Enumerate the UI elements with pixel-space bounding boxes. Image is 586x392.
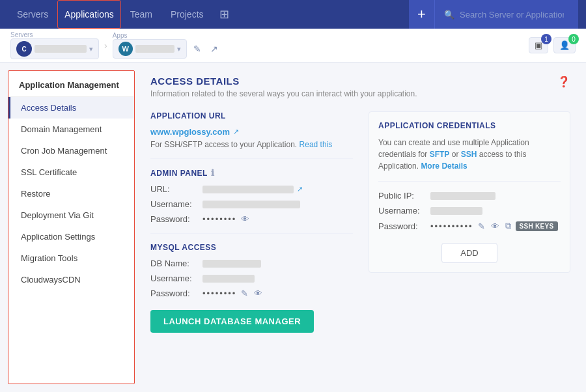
mysql-username-value xyxy=(202,275,255,283)
search-icon: 🔍 xyxy=(444,10,454,20)
app-dropdown[interactable]: W ▾ xyxy=(113,39,187,59)
creds-password-eye-icon[interactable]: 👁 xyxy=(490,221,501,231)
ssh-note: For SSH/SFTP access to your Application.… xyxy=(150,140,353,149)
admin-username-value xyxy=(202,201,300,208)
sidebar-title: Application Management xyxy=(8,71,134,97)
breadcrumb-actions: ▣ 1 👤 0 xyxy=(529,37,576,53)
app-credentials-heading: APPLICATION CREDENTIALS xyxy=(378,121,561,130)
admin-panel-username-row: Username: xyxy=(150,199,353,209)
mysql-password-dots: •••••••• xyxy=(202,288,236,298)
sidebar-item-restore[interactable]: Restore xyxy=(8,183,134,204)
mysql-access-section: MYSQL ACCESS DB Name: Username: xyxy=(150,243,353,333)
search-bar: 🔍 xyxy=(435,0,578,29)
top-navigation: Servers Applications Team Projects ⊞ + 🔍 xyxy=(0,0,586,29)
creds-password-row: Password: •••••••••• ✎ 👁 ⧉ SSH KEYS xyxy=(378,221,561,231)
cloudways-logo: C xyxy=(16,41,32,57)
app-credentials-panel: APPLICATION CREDENTIALS You can create a… xyxy=(369,111,570,273)
file-manager-button[interactable]: ▣ 1 xyxy=(529,37,548,53)
ssh-link[interactable]: SSH xyxy=(461,150,477,159)
admin-password-value: •••••••• 👁 xyxy=(202,214,251,224)
main-content: ACCESS DETAILS Information related to th… xyxy=(135,63,586,392)
help-icon[interactable]: ❓ xyxy=(557,76,570,88)
creds-username-label: Username: xyxy=(378,206,430,216)
creds-username-row: Username: xyxy=(378,206,561,216)
mysql-username-row: Username: xyxy=(150,273,353,283)
sidebar-item-ssl-certificate[interactable]: SSL Certificate xyxy=(8,161,134,183)
app-url-external-icon[interactable]: ↗ xyxy=(233,128,239,136)
mysql-dbname-value xyxy=(202,260,261,268)
app-credentials-description: You can create and use multiple Applicat… xyxy=(378,137,561,172)
mysql-password-value: •••••••• ✎ 👁 xyxy=(202,288,264,298)
nav-item-projects[interactable]: Projects xyxy=(161,0,213,29)
app-url-section: APPLICATION URL www.wpglossy.com ↗ For S… xyxy=(150,111,353,149)
file-manager-icon: ▣ xyxy=(535,40,542,50)
external-link-icon[interactable]: ↗ xyxy=(208,42,221,55)
nav-item-servers[interactable]: Servers xyxy=(8,0,57,29)
main-layout: Application Management Access Details Do… xyxy=(0,63,586,392)
server-name xyxy=(35,45,87,53)
nav-item-team[interactable]: Team xyxy=(121,0,161,29)
breadcrumb-separator: › xyxy=(104,40,107,51)
admin-panel-info-icon[interactable]: ℹ xyxy=(211,168,215,178)
admin-password-eye-icon[interactable]: 👁 xyxy=(240,214,251,224)
page-subtitle: Information related to the several ways … xyxy=(150,89,417,98)
breadcrumb-bar: Servers C ▾ › Apps W ▾ ✎ ↗ ▣ 1 👤 0 xyxy=(0,29,586,63)
sidebar-item-deployment-via-git[interactable]: Deployment Via Git xyxy=(8,204,134,226)
admin-panel-section: ADMIN PANEL ℹ URL: ↗ Username: xyxy=(150,168,353,224)
mysql-password-copy-icon[interactable]: ✎ xyxy=(240,288,249,298)
admin-password-dots: •••••••• xyxy=(202,214,236,224)
mysql-password-label: Password: xyxy=(150,288,202,298)
app-dropdown-arrow: ▾ xyxy=(177,45,181,53)
search-input[interactable] xyxy=(460,10,564,20)
mysql-password-row: Password: •••••••• ✎ 👁 xyxy=(150,288,353,298)
grid-icon[interactable]: ⊞ xyxy=(213,7,236,21)
apps-breadcrumb: Apps W ▾ ✎ ↗ xyxy=(113,32,221,59)
users-icon: 👤 xyxy=(559,40,570,50)
users-button[interactable]: 👤 0 xyxy=(553,37,576,53)
sidebar-item-migration-tools[interactable]: Migration Tools xyxy=(8,247,134,269)
admin-password-label: Password: xyxy=(150,214,202,224)
creds-password-copy-icon[interactable]: ⧉ xyxy=(504,221,512,231)
sidebar-item-cloudwayscdn[interactable]: CloudwaysCDN xyxy=(8,269,134,290)
ssh-keys-badge: SSH KEYS xyxy=(516,221,558,231)
right-column: APPLICATION CREDENTIALS You can create a… xyxy=(369,111,570,333)
sidebar-item-access-details[interactable]: Access Details xyxy=(8,97,134,119)
servers-breadcrumb: Servers C ▾ xyxy=(10,31,99,59)
creds-username-value xyxy=(430,207,482,215)
sftp-link[interactable]: SFTP xyxy=(430,150,450,159)
mysql-password-eye-icon[interactable]: 👁 xyxy=(253,288,264,298)
app-name xyxy=(135,45,174,53)
sidebar-item-domain-management[interactable]: Domain Management xyxy=(8,119,134,140)
app-url-value: www.wpglossy.com ↗ xyxy=(150,127,353,137)
creds-password-label: Password: xyxy=(378,221,430,231)
server-dropdown[interactable]: C ▾ xyxy=(10,38,99,59)
admin-panel-password-row: Password: •••••••• 👁 xyxy=(150,214,353,224)
edit-app-icon[interactable]: ✎ xyxy=(191,42,204,55)
file-badge: 1 xyxy=(541,34,551,44)
sidebar-item-cron-job-management[interactable]: Cron Job Management xyxy=(8,140,134,161)
apps-label: Apps xyxy=(113,32,221,39)
read-this-link[interactable]: Read this xyxy=(300,140,333,149)
sidebar: Application Management Access Details Do… xyxy=(8,70,135,384)
admin-panel-heading: ADMIN PANEL ℹ xyxy=(150,168,353,178)
admin-url-value: ↗ xyxy=(202,185,303,193)
creds-public-ip-label: Public IP: xyxy=(378,191,430,201)
launch-database-manager-button[interactable]: LAUNCH DATABASE MANAGER xyxy=(150,310,314,333)
mysql-dbname-label: DB Name: xyxy=(150,259,202,268)
admin-url-ext-icon[interactable]: ↗ xyxy=(297,185,303,193)
app-url-heading: APPLICATION URL xyxy=(150,111,353,120)
nav-item-applications[interactable]: Applications xyxy=(57,0,121,29)
creds-password-edit-icon[interactable]: ✎ xyxy=(477,221,486,231)
admin-url-label: URL: xyxy=(150,184,202,194)
creds-password-value: •••••••••• ✎ 👁 ⧉ SSH KEYS xyxy=(430,221,558,231)
more-details-link[interactable]: More Details xyxy=(421,161,467,171)
page-title: ACCESS DETAILS xyxy=(150,76,417,87)
add-button[interactable]: + xyxy=(409,0,435,29)
creds-public-ip-row: Public IP: xyxy=(378,191,561,201)
add-credentials-button[interactable]: ADD xyxy=(441,243,497,263)
app-url-link[interactable]: www.wpglossy.com xyxy=(150,127,230,137)
admin-panel-url-row: URL: ↗ xyxy=(150,184,353,194)
sidebar-item-application-settings[interactable]: Application Settings xyxy=(8,226,134,247)
mysql-heading: MYSQL ACCESS xyxy=(150,243,353,252)
mysql-username-label: Username: xyxy=(150,273,202,283)
